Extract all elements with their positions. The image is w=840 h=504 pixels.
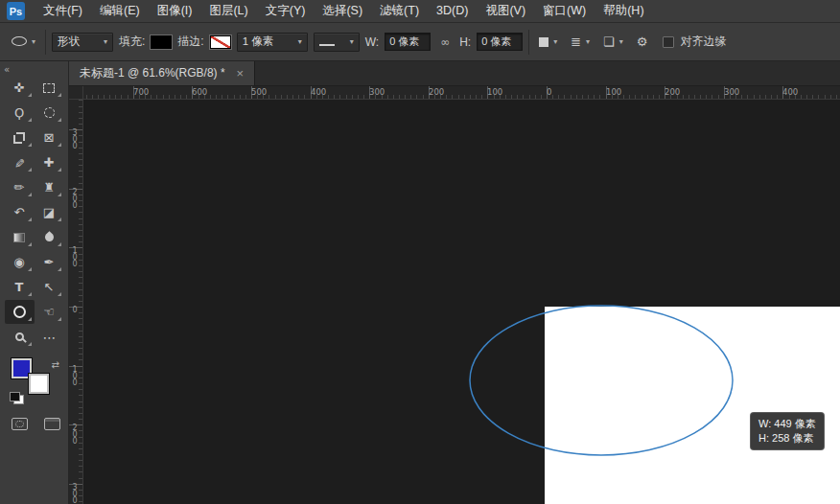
v-ruler-label: 0: [71, 307, 79, 313]
menu-image[interactable]: 图像(I): [149, 0, 201, 22]
default-colors-icon[interactable]: [10, 392, 24, 404]
link-dimensions-button[interactable]: ∞: [436, 31, 454, 54]
rectangular-marquee-tool[interactable]: [35, 76, 64, 100]
fill-label: 填充:: [119, 34, 145, 50]
size-tooltip: W: 449 像素 H: 258 像素: [750, 412, 825, 450]
clone-stamp-tool[interactable]: ♜: [35, 175, 64, 199]
tooltip-width: W: 449 像素: [758, 417, 816, 431]
tools-panel: « ✜Ϙ⊠✐✚✏♜↶◪◉✒T↖☜⋯ ⇄: [0, 61, 69, 504]
tool-preset-picker[interactable]: [8, 31, 39, 54]
v-ruler-label: 100: [71, 247, 79, 267]
swap-colors-button[interactable]: ⇄: [52, 355, 59, 372]
menu-layer[interactable]: 图层(L): [200, 0, 256, 22]
h-ruler-label: 100: [606, 87, 621, 97]
h-ruler-label: 400: [782, 87, 798, 97]
canvas-viewport[interactable]: W: 449 像素 H: 258 像素: [83, 100, 840, 504]
tooltip-height: H: 258 像素: [758, 431, 816, 446]
pen-tool[interactable]: ✒: [35, 250, 64, 274]
document-tab[interactable]: 未标题-1 @ 61.6%(RGB/8) * ×: [69, 61, 255, 85]
document-tab-bar: 未标题-1 @ 61.6%(RGB/8) * ×: [69, 61, 840, 86]
screen-mode-button[interactable]: [44, 418, 60, 430]
type-icon: T: [15, 281, 24, 293]
history-brush-tool[interactable]: ↶: [5, 200, 35, 224]
zoom-tool[interactable]: [5, 325, 35, 349]
ellipse-tool[interactable]: [5, 300, 35, 324]
path-operations-button[interactable]: [535, 31, 561, 54]
eraser-tool[interactable]: ◪: [35, 200, 64, 224]
width-label: W:: [365, 35, 379, 49]
slice-icon: ⊠: [44, 131, 55, 144]
h-ruler-label: 500: [251, 87, 267, 97]
h-ruler-label: 0: [547, 87, 551, 97]
background-color-swatch[interactable]: [28, 373, 50, 395]
fill-color-swatch[interactable]: [151, 35, 172, 49]
ruler-corner: [69, 86, 83, 100]
hand-icon: ☜: [43, 306, 55, 318]
dodge-tool[interactable]: ◉: [5, 250, 35, 274]
dodge-icon: ◉: [13, 256, 24, 268]
zoom-icon: [15, 332, 24, 341]
gradient-icon: [13, 233, 25, 242]
document-area: 未标题-1 @ 61.6%(RGB/8) * × 700600500400300…: [69, 61, 840, 504]
slice-tool[interactable]: ⊠: [35, 126, 64, 149]
path-selection-tool[interactable]: ↖: [35, 275, 64, 299]
h-ruler-label: 200: [429, 87, 444, 97]
path-alignment-button[interactable]: ≣: [567, 31, 594, 54]
healing-brush-tool[interactable]: ✚: [35, 150, 64, 174]
quick-mask-button[interactable]: [12, 418, 28, 430]
collapse-icon: «: [4, 65, 9, 75]
stroke-width-select[interactable]: 1 像素: [237, 33, 308, 52]
h-ruler-label: 600: [192, 87, 207, 97]
vertical-ruler[interactable]: 3002001000100200300400: [69, 100, 83, 504]
menu-window[interactable]: 窗口(W): [534, 0, 595, 22]
v-ruler-label: 300: [71, 484, 79, 504]
h-ruler-label: 400: [311, 87, 326, 97]
quick-selection-tool[interactable]: [35, 101, 64, 125]
menu-items: 文件(F)编辑(E)图像(I)图层(L)文字(Y)选择(S)滤镜(T)3D(D)…: [35, 0, 653, 22]
shape-height-input[interactable]: [477, 33, 523, 51]
clone-stamp-icon: ♜: [43, 181, 55, 194]
align-edges-checkbox[interactable]: [663, 36, 674, 48]
h-ruler-label: 700: [133, 87, 149, 97]
blur-icon: [43, 231, 56, 243]
path-align-icon: ≣: [571, 35, 581, 48]
menu-help[interactable]: 帮助(H): [595, 0, 652, 22]
menu-3d[interactable]: 3D(D): [428, 0, 477, 22]
gradient-tool[interactable]: [5, 225, 35, 249]
shape-settings-button[interactable]: ⚙: [633, 31, 652, 54]
stroke-color-swatch[interactable]: [210, 35, 231, 49]
eyedropper-tool[interactable]: ✐: [5, 150, 35, 174]
move-tool[interactable]: ✜: [5, 76, 35, 100]
v-ruler-label: 100: [71, 366, 79, 386]
menu-filter[interactable]: 滤镜(T): [371, 0, 428, 22]
menu-view[interactable]: 视图(V): [477, 0, 534, 22]
path-arrangement-button[interactable]: ❏: [599, 31, 627, 54]
ellipse-icon: [13, 306, 26, 318]
blur-tool[interactable]: [35, 225, 64, 249]
edit-toolbar-button[interactable]: ⋯: [35, 325, 64, 349]
brush-tool[interactable]: ✏: [5, 175, 35, 199]
menu-file[interactable]: 文件(F): [35, 0, 91, 22]
document-canvas[interactable]: [545, 307, 840, 504]
crop-tool[interactable]: [5, 126, 35, 149]
hand-tool[interactable]: ☜: [35, 300, 64, 324]
h-ruler-label: 300: [369, 87, 385, 97]
type-tool[interactable]: T: [5, 275, 35, 299]
quick-select-icon: [44, 107, 55, 118]
gear-icon: ⚙: [637, 35, 648, 48]
menu-edit[interactable]: 编辑(E): [91, 0, 149, 22]
menu-type[interactable]: 文字(Y): [257, 0, 315, 22]
stroke-type-select[interactable]: [314, 33, 360, 52]
tab-close-icon[interactable]: ×: [237, 67, 245, 80]
shape-width-input[interactable]: [385, 33, 431, 51]
separator: [528, 30, 529, 55]
photoshop-logo: Ps: [7, 2, 25, 20]
link-icon: ∞: [440, 36, 450, 48]
toolbar-collapse-button[interactable]: «: [4, 59, 9, 77]
horizontal-ruler[interactable]: 7006005004003002001000100200300400: [83, 86, 840, 100]
v-ruler-label: 200: [71, 424, 79, 445]
menu-select[interactable]: 选择(S): [314, 0, 371, 22]
tool-buttons: ✜Ϙ⊠✐✚✏♜↶◪◉✒T↖☜⋯: [0, 76, 68, 349]
lasso-tool[interactable]: Ϙ: [5, 101, 35, 125]
tool-mode-select[interactable]: 形状: [52, 33, 113, 52]
